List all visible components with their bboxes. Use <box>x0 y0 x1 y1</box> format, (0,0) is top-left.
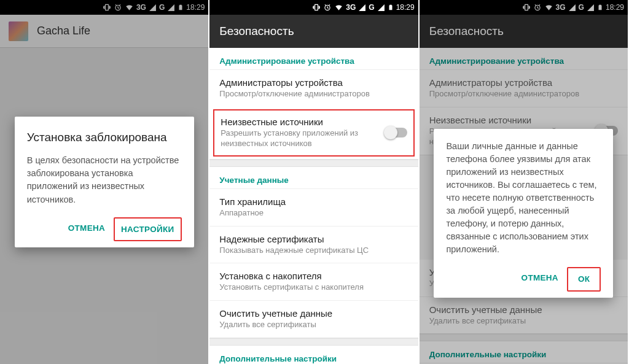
dialog-body: Ваши личные данные и данные телефона бол… <box>446 140 601 256</box>
dialog-body: В целях безопасности на устройстве забло… <box>27 154 182 206</box>
row-subtitle: Аппаратное <box>219 208 408 219</box>
alarm-icon <box>323 3 332 12</box>
dialog-overlay: Установка заблокирована В целях безопасн… <box>0 0 208 364</box>
section-header-credentials: Учетные данные <box>209 167 418 188</box>
cancel-button[interactable]: Отмена <box>62 217 111 242</box>
row-clear-credentials[interactable]: Очистить учетные данные Удалить все серт… <box>209 300 418 338</box>
row-title: Надежные сертификаты <box>219 234 408 244</box>
vibrate-icon <box>312 3 321 12</box>
battery-icon <box>388 3 394 12</box>
section-header-advanced: Дополнительные настройки <box>209 346 418 364</box>
row-storage-type[interactable]: Тип хранилища Аппаратное <box>209 188 418 226</box>
network-type-label: 3G <box>346 3 356 12</box>
signal-icon-2 <box>377 4 385 12</box>
settings-list[interactable]: Администрирование устройства Администрат… <box>209 48 418 364</box>
settings-appbar: Безопасность <box>209 15 418 48</box>
install-blocked-dialog: Установка заблокирована В целях безопасн… <box>15 117 194 247</box>
screenshot-panel-1: 3G G 18:29 Gacha Life Установка заблокир… <box>0 0 209 364</box>
gsm-label: G <box>369 3 374 12</box>
row-title: Очистить учетные данные <box>219 308 408 319</box>
confirm-unknown-sources-dialog: Ваши личные данные и данные телефона бол… <box>434 129 613 298</box>
appbar-title: Безопасность <box>219 25 294 38</box>
status-bar: 3G G 18:29 <box>209 0 418 15</box>
screenshot-panel-2: 3G G 18:29 Безопасность Администрировани… <box>209 0 419 364</box>
cancel-button[interactable]: Отмена <box>515 267 565 292</box>
row-title: Тип хранилища <box>219 196 408 207</box>
ok-button[interactable]: ОК <box>567 267 601 292</box>
unknown-sources-toggle[interactable] <box>385 128 407 137</box>
dialog-overlay: Ваши личные данные и данные телефона бол… <box>420 0 628 364</box>
row-subtitle: Просмотр/отключение администраторов <box>219 89 408 99</box>
status-time: 18:29 <box>396 3 415 12</box>
row-subtitle: Установить сертификаты с накопителя <box>219 282 408 293</box>
wifi-icon <box>334 3 343 12</box>
row-unknown-sources[interactable]: Неизвестные источники Разрешить установк… <box>213 109 414 157</box>
row-title: Установка с накопителя <box>219 271 408 281</box>
row-subtitle: Разрешить установку приложений из неизве… <box>221 128 377 149</box>
dialog-title: Установка заблокирована <box>27 129 182 146</box>
row-device-admins[interactable]: Администраторы устройства Просмотр/отклю… <box>209 69 418 107</box>
section-header-admin: Администрирование устройства <box>209 48 418 69</box>
screenshot-panel-3: 3G G 18:29 Безопасность Администрировани… <box>420 0 629 364</box>
signal-icon <box>358 4 366 12</box>
row-subtitle: Показывать надежные сертификаты ЦС <box>219 246 408 256</box>
settings-button[interactable]: Настройки <box>114 217 182 242</box>
row-subtitle: Удалить все сертификаты <box>219 320 408 330</box>
row-trusted-certs[interactable]: Надежные сертификаты Показывать надежные… <box>209 226 418 263</box>
row-install-from-storage[interactable]: Установка с накопителя Установить сертиф… <box>209 263 418 300</box>
row-title: Администраторы устройства <box>219 77 408 88</box>
row-title: Неизвестные источники <box>221 117 377 127</box>
